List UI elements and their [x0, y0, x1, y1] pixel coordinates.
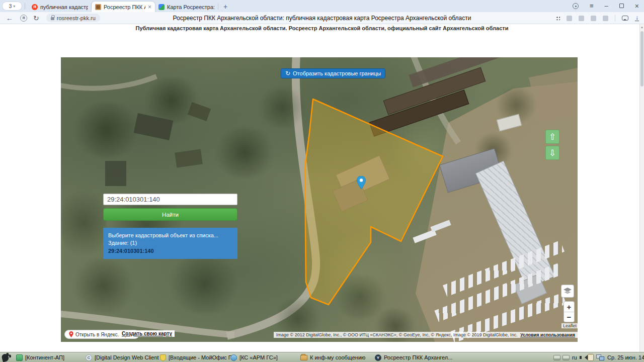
tab-title: публичная кадастров	[40, 4, 88, 10]
screen: 3 ▾ Я публичная кадастров Росреестр ПКК …	[0, 0, 644, 362]
browser-toolbar: ← Я ↻ rosreestr-pkk.ru Росреестр ПКК Арх…	[0, 12, 644, 24]
tray-window-icon[interactable]	[553, 353, 560, 361]
refresh-icon: ↻	[285, 70, 290, 76]
folder-icon	[300, 355, 307, 360]
find-button-label: Найти	[162, 212, 179, 218]
down-arrow-icon: ⇩	[549, 148, 556, 158]
result-cadastral-number[interactable]: 29:24:010301:140	[108, 247, 232, 255]
tab-kadastr[interactable]: Я публичная кадастров	[28, 2, 92, 12]
ks-arm-icon	[230, 354, 237, 361]
taskbar-item-browser[interactable]: Y Росреестр ПКК Архангел...	[375, 353, 452, 361]
chat-icon[interactable]	[622, 16, 628, 21]
start-menu-button[interactable]	[2, 353, 9, 361]
address-bar[interactable]: rosreestr-pkk.ru	[46, 14, 100, 22]
browser-chrome: 3 ▾ Я публичная кадастров Росреестр ПКК …	[0, 0, 644, 24]
zoom-control: + −	[564, 301, 575, 322]
map-marker-pin[interactable]	[357, 176, 366, 190]
extensions-icon[interactable]	[556, 16, 560, 20]
yandex-icon: Я	[32, 4, 38, 10]
browser-scrollbar[interactable]: ▲	[639, 24, 644, 352]
taskbar: [Континент-АП] C [Digital Design Web Cli…	[0, 352, 644, 362]
webclient-icon: C	[86, 354, 92, 361]
taskbar-item-mail[interactable]: [Входящие - МойОфис П...	[160, 353, 237, 361]
rosreestr-icon	[95, 4, 101, 10]
attribution-text: Image © 2012 DigitalGlobe, Inc., © ООО И…	[276, 332, 518, 337]
tab-strip: 3 ▾ Я публичная кадастров Росреестр ПКК …	[0, 0, 644, 12]
show-borders-label: Отобразить кадастровые границы	[293, 70, 381, 76]
bookmark-icon[interactable]	[603, 16, 608, 21]
terms-of-use-link[interactable]: Условия использования	[520, 332, 575, 337]
map-icon	[158, 4, 165, 10]
back-button[interactable]: ←	[6, 14, 13, 22]
tab-counter[interactable]: 3 ▾	[3, 2, 22, 10]
tray-window-icon[interactable]	[562, 353, 570, 361]
taskbar-item-label: [КС «АРМ ГС»]	[239, 354, 278, 360]
leaflet-attribution-link[interactable]: Leaflet	[561, 323, 578, 328]
yandex-browser-icon: Y	[375, 354, 381, 361]
sites-icon[interactable]	[567, 16, 572, 21]
red-pin-icon	[69, 331, 73, 337]
tab-title: Росреестр ПКК Арх	[104, 4, 145, 10]
layers-control[interactable]	[561, 285, 574, 298]
yandex-services-icon[interactable]: Я	[20, 15, 27, 22]
clipboard-icon[interactable]	[588, 353, 594, 361]
reload-button[interactable]: ↻	[33, 14, 39, 22]
taskbar-item-info-message[interactable]: К инф-му сообщению	[300, 353, 365, 361]
minimize-button[interactable]: –	[605, 4, 608, 9]
taskbar-item-webclient[interactable]: C [Digital Design Web Client ...	[86, 353, 165, 361]
taskbar-item-label: [Digital Design Web Client ...	[95, 354, 165, 360]
result-panel: Выберите кадастровый объект из списка...…	[103, 228, 237, 259]
taskbar-item-kontinent[interactable]: [Континент-АП]	[16, 353, 64, 361]
clock-label: Ср. 25 июн. 14:05	[607, 354, 644, 360]
layers-icon	[564, 288, 572, 295]
language-label: ru	[572, 354, 577, 360]
tab-rosreestr-active[interactable]: Росреестр ПКК Арх ×	[92, 2, 155, 12]
maximize-button[interactable]	[619, 4, 624, 8]
new-tab-button[interactable]: +	[223, 3, 227, 11]
up-arrow-icon: ⇧	[549, 132, 556, 142]
taskbar-item-label: К инф-му сообщению	[310, 354, 365, 360]
page-content: Публичная кадастровая карта Архангельско…	[0, 24, 644, 352]
system-logo-icon	[1, 353, 9, 362]
location-icon[interactable]	[591, 16, 596, 21]
zoom-in-button[interactable]: +	[564, 302, 574, 312]
show-borders-button[interactable]: ↻ Отобразить кадастровые границы	[281, 68, 385, 78]
taskbar-item-label: [Континент-АП]	[25, 354, 64, 360]
scroll-up-button[interactable]: ⇧	[545, 130, 559, 144]
map-attribution: Image © 2012 DigitalGlobe, Inc., © ООО И…	[274, 332, 578, 338]
scroll-down-button[interactable]: ⇩	[545, 146, 559, 160]
tab-count: 3	[9, 4, 12, 9]
scrollbar-up-icon[interactable]: ▲	[640, 26, 644, 29]
divider	[615, 15, 615, 22]
scrollbar-thumb[interactable]	[640, 31, 643, 86]
keyboard-layout-indicator[interactable]: ru	[572, 353, 577, 361]
network-icon[interactable]	[596, 353, 605, 361]
site-heading-link[interactable]: Публичная кадастровая карта Архангельско…	[0, 25, 644, 31]
tab-karta[interactable]: Карта Росреестра: Оф	[155, 2, 218, 12]
camera-icon[interactable]	[579, 16, 584, 21]
result-prompt: Выберите кадастровый объект из списка...	[108, 232, 232, 239]
url-text: rosreestr-pkk.ru	[57, 15, 96, 21]
lock-icon	[51, 17, 54, 20]
notifications-icon[interactable]	[573, 3, 579, 9]
menu-icon[interactable]: ≡	[590, 2, 594, 10]
download-icon[interactable]: ↓	[635, 15, 639, 21]
mail-shield-icon	[160, 354, 166, 361]
taskbar-item-label: Росреестр ПКК Архангел...	[384, 354, 452, 360]
cadastral-search-input[interactable]	[103, 194, 237, 205]
create-own-map-link[interactable]: Создать свою карту	[119, 330, 175, 337]
close-icon[interactable]: ×	[148, 4, 151, 11]
clock[interactable]: Ср. 25 июн. 14:05	[607, 353, 644, 361]
zoom-out-button[interactable]: −	[564, 312, 574, 322]
map-canvas[interactable]: ↻ Отобразить кадастровые границы Найти В…	[61, 57, 578, 342]
close-window-button[interactable]: ×	[635, 4, 639, 9]
taskbar-item-label: [Входящие - МойОфис П...	[169, 354, 237, 360]
taskbar-item-ks-arm[interactable]: [КС «АРМ ГС»]	[230, 353, 278, 361]
chevron-down-icon: ▾	[13, 4, 15, 9]
divider	[25, 3, 25, 10]
find-button[interactable]: Найти	[103, 208, 237, 221]
result-object-type: Здание: (1)	[108, 239, 232, 247]
kontinent-icon	[16, 354, 23, 361]
tab-title: Карта Росреестра: Оф	[167, 4, 215, 10]
